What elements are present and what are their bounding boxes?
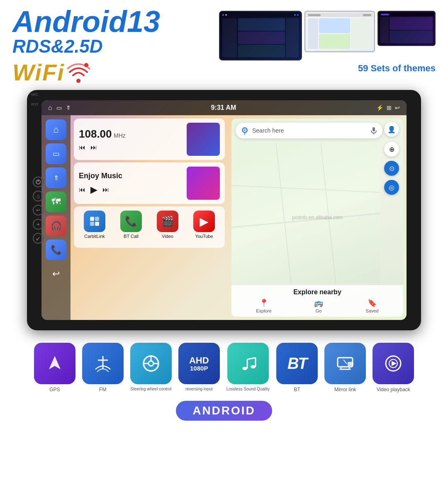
- svg-marker-18: [49, 356, 61, 369]
- radio-prev-btn[interactable]: ⏮: [79, 144, 85, 151]
- home-button[interactable]: ⌂: [33, 191, 44, 201]
- explore-btn-label: Explore: [256, 308, 271, 313]
- wifi-text: WiFi: [12, 59, 65, 86]
- feature-fm: FM: [82, 343, 124, 392]
- btcall-label: BT Call: [124, 234, 139, 239]
- back-button[interactable]: ↩: [33, 205, 44, 216]
- time-display: 9:31 AM: [211, 104, 236, 111]
- feature-ahd: AHD 1080P reversing input: [178, 343, 220, 392]
- music-title: Enjoy Music: [79, 172, 183, 180]
- explore-buttons: 📍 Explore 🚌 Go 🔖 Saved: [235, 298, 400, 313]
- svg-rect-34: [348, 362, 353, 366]
- vol-up-button[interactable]: +: [33, 219, 44, 230]
- sidebar-arrows-icon[interactable]: ⇑: [46, 167, 66, 188]
- music-controls: ⏮ ▶ ⏭: [79, 184, 183, 195]
- music-info: Enjoy Music ⏮ ▶ ⏭: [79, 172, 183, 195]
- sidebar-home-icon[interactable]: ⌂: [46, 119, 66, 140]
- bluetooth-icon: ⚡: [376, 104, 383, 111]
- explore-btn-saved[interactable]: 🔖 Saved: [366, 298, 379, 313]
- radio-thumbnail: [187, 123, 220, 156]
- shortcut-carbitlink[interactable]: CarbitLink: [84, 211, 105, 244]
- car-unit: MIC RST ⌂ ↩ + ↙: [27, 90, 421, 330]
- app-shortcuts: CarbitLink 📞 BT Call 🎬 Video ▶ YouTu: [74, 206, 225, 248]
- svg-rect-6: [90, 222, 94, 226]
- svg-point-26: [242, 367, 247, 370]
- profile-btn[interactable]: 👤: [384, 122, 399, 137]
- navigate-btn[interactable]: ◎: [384, 180, 399, 195]
- sidebar-maps-icon[interactable]: 🗺: [46, 191, 66, 212]
- svg-line-17: [231, 186, 380, 193]
- svg-rect-7: [95, 222, 99, 226]
- btcall-icon: 📞: [120, 211, 142, 232]
- sidebar-music-icon[interactable]: 🎧: [46, 216, 66, 236]
- bt-label: BT: [294, 387, 300, 392]
- mirror-icon-box: [324, 343, 366, 384]
- theme-preview-2: [304, 11, 375, 52]
- location-btn[interactable]: ⊙: [384, 161, 399, 176]
- back-icon[interactable]: ↩: [395, 104, 400, 111]
- main-screen: ⌂ ▭ ⇑ 9:31 AM ⚡ ⊞ ↩ ⌂ ▭ ⇑ 🗺 🎧 📞 ↩: [41, 100, 407, 320]
- sidebar-back-icon[interactable]: ↩: [46, 264, 66, 284]
- map-container: Search here 👤 ⊕ ⊙ ◎: [231, 119, 403, 317]
- explore-btn-go[interactable]: 🚌 Go: [314, 298, 323, 313]
- music-play-btn[interactable]: ▶: [90, 184, 97, 195]
- music-prev-btn[interactable]: ⏮: [79, 186, 85, 194]
- microphone-icon[interactable]: [370, 127, 377, 134]
- shortcut-btcall[interactable]: 📞 BT Call: [120, 211, 142, 244]
- screen-content: 108.00 MHz ⏮ ⏭: [71, 115, 407, 320]
- screen-icon[interactable]: ▭: [56, 104, 62, 111]
- fm-icon-box: [82, 343, 124, 384]
- theme-preview-1: [219, 11, 302, 61]
- ahd-label: reversing input: [185, 387, 213, 391]
- radio-frequency: 108.00 MHz: [79, 128, 183, 140]
- feature-mirror: Mirror link: [324, 343, 366, 392]
- feature-sound: Lossless Sound Quality: [226, 343, 270, 392]
- sound-label: Lossless Sound Quality: [226, 387, 270, 391]
- mic-label: MIC: [31, 92, 38, 97]
- rst-label: RST: [31, 102, 39, 107]
- sidebar-screen-icon[interactable]: ▭: [46, 143, 66, 164]
- arrows-icon[interactable]: ⇑: [66, 104, 71, 111]
- feature-steering: Steering wheel control: [130, 343, 172, 392]
- svg-point-1: [84, 63, 88, 67]
- mirror-label: Mirror link: [334, 387, 356, 392]
- music-note-icon: [239, 354, 257, 373]
- unit-container: MIC RST ⌂ ↩ + ↙: [27, 90, 421, 330]
- ahd-icon-box: AHD 1080P: [178, 343, 220, 384]
- fm-label: FM: [99, 387, 106, 392]
- video-icon-box: [373, 343, 414, 384]
- sidebar-phone-icon[interactable]: 📞: [46, 240, 66, 260]
- explore-title: Explore nearby: [235, 288, 400, 296]
- music-next-btn[interactable]: ⏭: [102, 186, 109, 194]
- radio-next-btn[interactable]: ⏭: [90, 144, 97, 151]
- android-title: Android13: [12, 7, 160, 36]
- home-icon[interactable]: ⌂: [48, 104, 52, 111]
- youtube-label: YouTube: [195, 234, 213, 239]
- status-right: ⚡ ⊞ ↩: [376, 104, 400, 111]
- explore-go-label: Go: [316, 308, 322, 313]
- shortcut-video[interactable]: 🎬 Video: [157, 211, 178, 244]
- theme-label: 59 Sets of themes: [358, 63, 436, 74]
- carbitlink-icon: [84, 211, 105, 232]
- video-playback-icon: [384, 354, 402, 373]
- watermark: podofo.en.alibaba.com: [292, 215, 342, 220]
- explore-section: Explore nearby 📍 Explore 🚌 Go: [231, 285, 403, 317]
- vol-down-button[interactable]: ↙: [33, 233, 44, 244]
- search-text: Search here: [252, 127, 367, 134]
- search-bar[interactable]: Search here: [236, 123, 382, 138]
- feature-bt: BT BT: [276, 343, 318, 392]
- mirror-link-icon: [336, 354, 354, 373]
- power-button[interactable]: [33, 177, 44, 187]
- gps-icon-box: [34, 343, 75, 384]
- google-maps-logo: [241, 126, 249, 135]
- music-card: Enjoy Music ⏮ ▶ ⏭: [74, 162, 225, 204]
- radio-controls: ⏮ ⏭: [79, 144, 183, 151]
- layers-btn[interactable]: ⊕: [384, 142, 399, 157]
- gps-label: GPS: [49, 387, 60, 392]
- status-left: ⌂ ▭ ⇑: [48, 104, 71, 111]
- explore-btn-explore[interactable]: 📍 Explore: [256, 298, 271, 313]
- shortcut-youtube[interactable]: ▶ YouTube: [193, 211, 215, 244]
- music-thumbnail: [187, 167, 220, 200]
- sidebar-icons: ⌂ ▭ ⇑ 🗺 🎧 📞 ↩: [41, 115, 71, 320]
- ahd-text: AHD 1080P: [189, 356, 209, 371]
